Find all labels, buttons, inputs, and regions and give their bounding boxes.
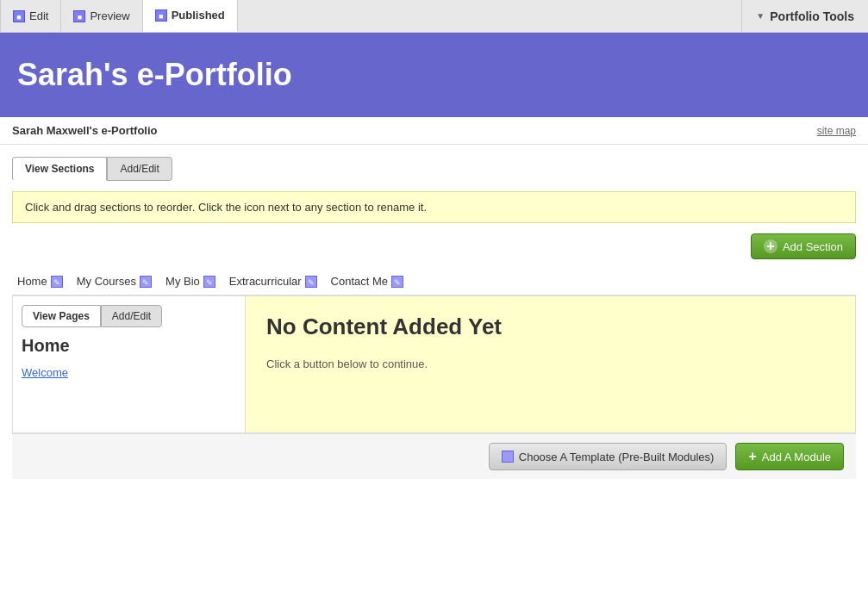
tab-preview[interactable]: ■ Preview <box>61 0 142 32</box>
sections-info-box: Click and drag sections to reorder. Clic… <box>12 191 856 223</box>
bottom-action-bar: Choose A Template (Pre-Built Modules) + … <box>12 433 856 479</box>
left-panel: View Pages Add/Edit Home Welcome <box>13 296 246 432</box>
add-module-button[interactable]: + Add A Module <box>735 443 844 470</box>
current-section-title: Home <box>22 336 236 356</box>
published-tab-label: Published <box>172 9 225 22</box>
section-item-my-bio[interactable]: My Bio ✎ <box>165 275 215 288</box>
section-extracurricular-label: Extracurricular <box>229 275 302 288</box>
portfolio-title: Sarah's e-Portfolio <box>17 57 851 93</box>
add-section-button[interactable]: + Add Section <box>751 233 856 259</box>
site-map-link[interactable]: site map <box>817 125 856 137</box>
add-edit-pages-tab[interactable]: Add/Edit <box>101 305 162 327</box>
choose-template-button[interactable]: Choose A Template (Pre-Built Modules) <box>489 443 727 470</box>
add-section-row: + Add Section <box>12 233 856 259</box>
breadcrumb: Sarah Maxwell's e-Portfolio <box>12 124 158 137</box>
section-item-extracurricular[interactable]: Extracurricular ✎ <box>229 275 317 288</box>
edit-tab-label: Edit <box>29 9 48 22</box>
left-panel-tabs: View Pages Add/Edit <box>22 305 236 327</box>
portfolio-tools-arrow-icon: ▼ <box>756 11 765 21</box>
preview-tab-icon: ■ <box>73 10 85 22</box>
section-extracurricular-edit-icon[interactable]: ✎ <box>305 276 317 288</box>
add-section-plus-icon: + <box>764 239 777 253</box>
section-item-home[interactable]: Home ✎ <box>17 275 63 288</box>
portfolio-tools-button[interactable]: ▼ Portfolio Tools <box>741 0 868 32</box>
main-content: View Sections Add/Edit Click and drag se… <box>0 145 868 491</box>
section-home-label: Home <box>17 275 47 288</box>
section-my-courses-edit-icon[interactable]: ✎ <box>140 276 152 288</box>
sections-info-text: Click and drag sections to reorder. Clic… <box>25 201 427 214</box>
right-panel: No Content Added Yet Click a button belo… <box>246 296 855 432</box>
add-section-label: Add Section <box>783 240 843 253</box>
template-icon <box>502 451 514 463</box>
section-item-my-courses[interactable]: My Courses ✎ <box>77 275 152 288</box>
nav-tabs: ■ Edit ■ Preview ■ Published <box>0 0 238 32</box>
breadcrumb-bar: Sarah Maxwell's e-Portfolio site map <box>0 117 868 145</box>
tab-edit[interactable]: ■ Edit <box>0 0 61 32</box>
section-tabs: View Sections Add/Edit <box>12 157 856 181</box>
section-my-bio-label: My Bio <box>165 275 200 288</box>
section-contact-me-edit-icon[interactable]: ✎ <box>391 276 403 288</box>
section-my-courses-label: My Courses <box>77 275 136 288</box>
preview-tab-label: Preview <box>90 9 129 22</box>
portfolio-banner: Sarah's e-Portfolio <box>0 33 868 117</box>
published-tab-icon: ■ <box>155 9 167 22</box>
top-nav: ■ Edit ■ Preview ■ Published ▼ Portfolio… <box>0 0 868 33</box>
no-content-title: No Content Added Yet <box>266 314 834 340</box>
add-module-plus-icon: + <box>748 449 756 464</box>
welcome-page-link[interactable]: Welcome <box>22 366 68 379</box>
view-sections-tab[interactable]: View Sections <box>12 157 107 181</box>
choose-template-label: Choose A Template (Pre-Built Modules) <box>519 451 715 463</box>
section-contact-me-label: Contact Me <box>331 275 388 288</box>
edit-tab-icon: ■ <box>13 10 25 22</box>
portfolio-tools-label: Portfolio Tools <box>770 9 854 23</box>
sections-nav: Home ✎ My Courses ✎ My Bio ✎ Extracurric… <box>12 268 856 295</box>
section-item-contact-me[interactable]: Contact Me ✎ <box>331 275 403 288</box>
nav-spacer <box>238 0 742 32</box>
add-module-label: Add A Module <box>762 451 831 463</box>
bottom-panel: View Pages Add/Edit Home Welcome No Cont… <box>12 295 856 433</box>
tab-published[interactable]: ■ Published <box>143 0 238 32</box>
section-my-bio-edit-icon[interactable]: ✎ <box>203 276 215 288</box>
add-edit-sections-tab[interactable]: Add/Edit <box>107 157 172 181</box>
section-home-edit-icon[interactable]: ✎ <box>51 276 63 288</box>
view-pages-tab[interactable]: View Pages <box>22 305 101 327</box>
no-content-text: Click a button below to continue. <box>266 357 834 370</box>
